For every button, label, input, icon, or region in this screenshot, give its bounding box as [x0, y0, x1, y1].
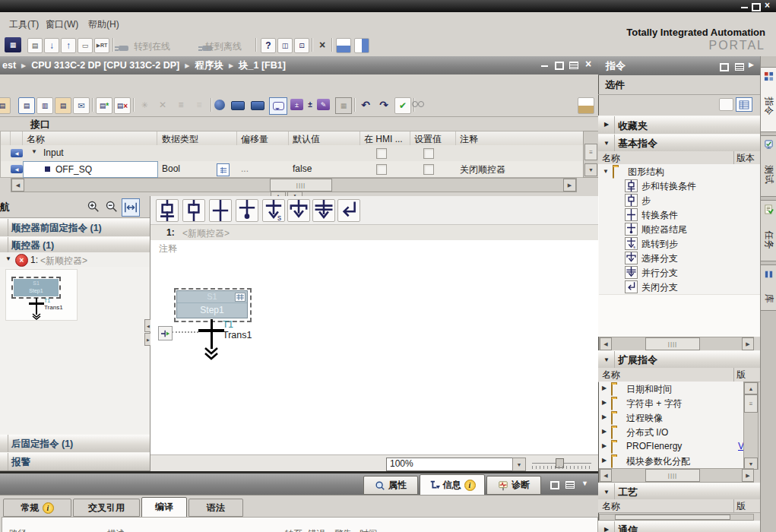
split-vertical-button[interactable] [354, 38, 369, 53]
section-basic-instructions[interactable]: 基本指令 [598, 134, 760, 153]
sequence-title-row[interactable]: 1: <新顺控器> [150, 225, 598, 240]
graph-overview-button[interactable]: ▤ [18, 97, 35, 114]
hscroll-left-icon[interactable] [11, 179, 24, 192]
basic-hscrollbar[interactable]: |||| [599, 337, 754, 351]
hmi-checkbox[interactable] [376, 148, 387, 159]
sequence-view-button[interactable]: ▤ [0, 97, 11, 114]
step-and-transition-icon[interactable] [156, 199, 179, 222]
jump-to-step-icon[interactable]: s [262, 199, 285, 222]
folder-expand-icon[interactable] [602, 399, 607, 406]
zoom-dropdown-icon[interactable] [512, 458, 526, 471]
window-minimize-icon[interactable] [741, 7, 748, 8]
col-name[interactable]: 名称 [27, 133, 45, 146]
panel-restore-icon[interactable] [720, 63, 729, 71]
breadcrumb-segment[interactable]: 程序块 [195, 59, 223, 72]
vscroll-up-icon[interactable] [744, 382, 758, 394]
accessible-devices-button[interactable] [261, 38, 276, 53]
tree-folder-distributed-io[interactable]: 分布式 I/O [599, 425, 743, 440]
split-horizontal-button[interactable] [336, 38, 351, 53]
folder-expand-icon[interactable] [602, 442, 607, 449]
hmi-checkbox[interactable] [376, 164, 387, 175]
folder-expand-icon[interactable] [602, 385, 607, 391]
hscroll-thumb[interactable]: |||| [645, 469, 700, 482]
breadcrumb-segment[interactable]: est [2, 60, 16, 71]
col-offset[interactable]: 偏移量 [241, 133, 268, 146]
zoom-in-icon[interactable] [86, 199, 101, 214]
nav-section-alarms[interactable]: 报警 [0, 452, 150, 471]
extended-col-name[interactable]: 名称 [602, 369, 620, 382]
menu-help[interactable]: 帮助(H) [88, 18, 119, 31]
section-favorites[interactable]: 收藏夹 [598, 116, 760, 135]
hscroll-left-icon[interactable] [600, 469, 612, 482]
extended-col-version[interactable]: 版 [736, 369, 746, 382]
menu-window[interactable]: 窗口(W) [46, 18, 78, 31]
window-close-icon[interactable] [765, 0, 770, 11]
thumb-step-box[interactable]: S1 Step1 [14, 279, 59, 296]
tab-info[interactable]: 信息 i [420, 474, 485, 496]
start-runtime-icon[interactable]: ▶RT [94, 38, 109, 53]
zoom-combobox[interactable]: 100% [386, 458, 514, 471]
tree-item-close-branch[interactable]: 关闭分支 [599, 280, 760, 295]
transition-condition-icon[interactable] [209, 199, 232, 222]
inspector-collapse-icon[interactable] [581, 480, 588, 487]
expand-icon[interactable] [5, 255, 11, 262]
tab-cross-reference[interactable]: 交叉引用 [73, 499, 140, 517]
tree-item-parallel-branch[interactable]: 并行分支 [599, 265, 760, 280]
basic-col-name[interactable]: 名称 [602, 152, 620, 165]
technology-col-name[interactable]: 名称 [602, 500, 620, 513]
monitor-value-button[interactable]: ± [290, 99, 303, 110]
folder-collapse-icon[interactable] [603, 168, 609, 175]
tab-syntax[interactable]: 语法 [188, 499, 243, 517]
table-hscrollbar[interactable]: |||| [11, 178, 577, 192]
nav-sequencer-item[interactable]: 1: <新顺控器> [0, 252, 150, 267]
modify-value-button[interactable]: ✎ [317, 99, 330, 110]
tree-folder-profienergy[interactable]: PROFIenergy V [599, 439, 743, 454]
tree-folder-process-image[interactable]: 过程映像 [599, 410, 743, 426]
editor-menu-icon[interactable] [569, 62, 578, 69]
close-branch-icon[interactable] [337, 199, 360, 222]
table-vscroll-thumb[interactable] [584, 144, 597, 160]
delete-network-button[interactable]: ▤ [114, 97, 131, 114]
col-hmi[interactable]: 在 HMI ... [364, 133, 403, 146]
section-technology[interactable]: 工艺 [598, 483, 760, 501]
tree-item-transition-condition[interactable]: 转换条件 [599, 207, 760, 223]
row-offsq-type[interactable]: Bool [162, 163, 180, 174]
row-offsq-name[interactable]: OFF_SQ [55, 164, 92, 175]
sequence-comment-placeholder[interactable]: 注释 [159, 242, 177, 255]
single-step-view-button[interactable]: ▥ [36, 97, 53, 114]
compile-consistency-button[interactable] [394, 97, 411, 114]
collapse-icon[interactable] [31, 148, 37, 155]
basic-collapse-icon[interactable] [603, 140, 610, 147]
technology-collapse-icon[interactable] [603, 489, 610, 496]
tree-item-sequence-end[interactable]: 顺控器结尾 [599, 222, 760, 237]
folder-expand-icon[interactable] [602, 457, 607, 464]
table-vscroll-down-icon[interactable] [584, 163, 597, 176]
extended-collapse-icon[interactable] [603, 356, 610, 363]
tree-folder-string-char[interactable]: 字符串 + 字符 [599, 396, 743, 411]
inspector-menu-icon[interactable] [565, 481, 575, 489]
tree-folder-module-parameterization[interactable]: 模块参数化分配 [599, 454, 743, 469]
inspector-restore-icon[interactable] [550, 481, 559, 489]
breadcrumb-segment[interactable]: 块_1 [FB1] [239, 59, 286, 72]
menu-tools[interactable]: 工具(T) [9, 18, 39, 31]
close-all-networks-button[interactable]: ✕ [155, 97, 170, 112]
window-split-icon[interactable]: ◫ [277, 38, 293, 53]
hscroll-left-icon[interactable] [600, 337, 612, 350]
folder-expand-icon[interactable] [602, 428, 607, 435]
extended-vscrollbar[interactable] [743, 382, 759, 470]
side-tab-tasks[interactable]: 任务 [761, 200, 776, 261]
tree-item-step[interactable]: 步 [599, 193, 760, 208]
editor-layout-icon[interactable] [578, 97, 594, 114]
hide-comments-button[interactable] [192, 97, 207, 112]
hscroll-thumb[interactable]: |||| [270, 179, 332, 192]
table-view-icon[interactable] [736, 97, 752, 112]
tree-folder-graph-structures[interactable]: 图形结构 [599, 164, 760, 179]
alternative-branch-icon[interactable] [287, 199, 310, 222]
technology-hscrollbar[interactable] [599, 514, 754, 521]
section-extended-instructions[interactable]: 扩展指令 [598, 350, 760, 369]
float-window-icon[interactable] [719, 98, 733, 111]
step-box[interactable]: S1 Step1 [176, 290, 248, 318]
col-setpoint[interactable]: 设置值 [414, 133, 442, 146]
vscroll-thumb[interactable] [744, 394, 758, 413]
project-tree-icon[interactable]: ▦ [5, 37, 21, 52]
